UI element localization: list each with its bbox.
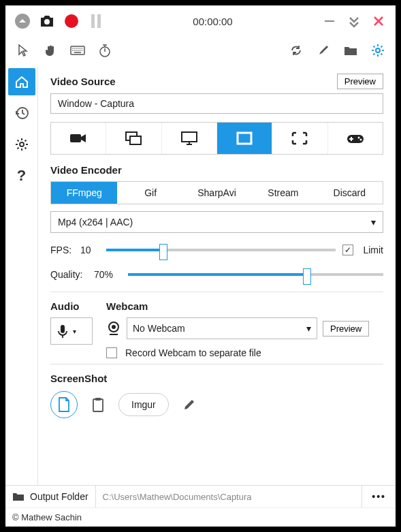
- source-monitor[interactable]: [162, 123, 217, 154]
- svg-point-40: [357, 137, 359, 139]
- minimize-button[interactable]: [319, 11, 340, 31]
- encoder-tab-sharpavi[interactable]: SharpAvi: [184, 182, 250, 204]
- limit-label: Limit: [363, 245, 383, 255]
- up-button[interactable]: [12, 11, 33, 31]
- timer-display: 00:00:00: [110, 16, 315, 27]
- webcam-value: No Webcam: [133, 323, 185, 334]
- svg-rect-35: [182, 132, 197, 142]
- main-content: Video Source Preview Window - Captura: [38, 67, 396, 485]
- screenshot-disk-button[interactable]: [50, 391, 78, 418]
- camera-button[interactable]: [37, 11, 57, 31]
- encoder-tab-stream[interactable]: Stream: [250, 182, 316, 204]
- svg-point-47: [112, 325, 116, 329]
- svg-line-29: [25, 148, 26, 149]
- output-path[interactable]: C:\Users\Mathew\Documents\Captura: [96, 486, 362, 507]
- screenshot-title: ScreenShot: [50, 373, 383, 384]
- cursor-tool[interactable]: [12, 40, 34, 61]
- hand-tool[interactable]: [39, 40, 61, 61]
- toolbar: [5, 37, 396, 67]
- svg-rect-50: [95, 398, 101, 401]
- fps-value: 10: [80, 245, 99, 255]
- output-more-button[interactable]: •••: [362, 486, 396, 507]
- svg-point-1: [44, 19, 50, 25]
- svg-rect-38: [238, 133, 251, 144]
- source-region[interactable]: [272, 123, 327, 154]
- record-button[interactable]: [61, 11, 82, 31]
- limit-checkbox[interactable]: [342, 245, 353, 255]
- svg-rect-44: [61, 325, 65, 333]
- tab-history[interactable]: [8, 99, 35, 127]
- footer: Output Folder C:\Users\Mathew\Documents\…: [5, 485, 396, 507]
- encoder-title: Video Encoder: [50, 164, 383, 176]
- svg-line-30: [17, 148, 18, 149]
- folder-button[interactable]: [340, 40, 362, 61]
- chevron-down-icon: ▾: [73, 328, 76, 335]
- encoder-tab-discard[interactable]: Discard: [317, 182, 383, 204]
- quality-label: Quality:: [50, 269, 87, 280]
- encoder-tab-ffmpeg[interactable]: FFmpeg: [51, 182, 117, 204]
- svg-line-31: [25, 140, 26, 142]
- webcam-separate-label: Record Webcam to separate file: [125, 347, 261, 358]
- mic-icon: [57, 324, 69, 339]
- codec-dropdown[interactable]: Mp4 (x264 | AAC) ▾: [50, 211, 383, 233]
- source-mode-buttons: [50, 122, 383, 155]
- output-folder-label: Output Folder: [30, 491, 89, 502]
- side-tabs: ?: [5, 67, 38, 485]
- screenshot-imgur-button[interactable]: Imgur: [118, 393, 169, 416]
- svg-point-13: [376, 48, 380, 52]
- svg-line-18: [374, 46, 375, 48]
- webcam-dropdown[interactable]: No Webcam ▾: [127, 317, 317, 339]
- audio-source-dropdown[interactable]: ▾: [50, 317, 93, 345]
- tab-settings[interactable]: [8, 131, 35, 158]
- encoder-tab-gif[interactable]: Gif: [117, 182, 183, 204]
- svg-point-23: [20, 142, 24, 146]
- svg-line-20: [374, 54, 375, 55]
- record-icon: [65, 14, 78, 28]
- source-windows[interactable]: [106, 123, 161, 154]
- audio-title: Audio: [50, 300, 93, 312]
- expand-button[interactable]: [344, 11, 364, 31]
- quality-slider[interactable]: [128, 267, 383, 282]
- webcam-preview-button[interactable]: Preview: [323, 321, 369, 337]
- tab-home[interactable]: [8, 68, 35, 95]
- output-folder-button[interactable]: Output Folder: [5, 486, 96, 507]
- chevron-down-icon: ▾: [371, 217, 376, 228]
- settings-button[interactable]: [367, 40, 389, 61]
- svg-rect-49: [93, 399, 103, 411]
- video-source-selected[interactable]: Window - Captura: [50, 93, 383, 114]
- brush-button[interactable]: [312, 40, 334, 61]
- source-game[interactable]: [328, 123, 383, 154]
- source-camera[interactable]: [51, 123, 106, 154]
- svg-rect-32: [70, 134, 81, 142]
- svg-line-21: [381, 46, 383, 48]
- chevron-down-icon: ▾: [306, 323, 311, 334]
- screenshot-edit-button[interactable]: [178, 394, 200, 416]
- refresh-button[interactable]: [285, 40, 307, 61]
- webcam-icon: [106, 321, 121, 336]
- tab-help[interactable]: ?: [8, 162, 35, 189]
- screenshot-clipboard-button[interactable]: [87, 394, 109, 416]
- titlebar: 00:00:00: [5, 5, 396, 37]
- svg-line-28: [17, 140, 18, 142]
- quality-value: 70%: [94, 269, 121, 280]
- webcam-separate-checkbox[interactable]: [106, 347, 117, 358]
- source-window[interactable]: [217, 123, 272, 154]
- svg-point-41: [359, 139, 362, 141]
- encoder-tabs: FFmpeg Gif SharpAvi Stream Discard: [50, 181, 383, 204]
- pause-button[interactable]: [86, 11, 106, 31]
- copyright: © Mathew Sachin: [5, 507, 396, 527]
- keyboard-tool[interactable]: [67, 40, 89, 61]
- svg-rect-34: [130, 136, 141, 144]
- close-button[interactable]: [368, 11, 389, 31]
- svg-line-19: [381, 54, 383, 55]
- fps-label: FPS:: [50, 245, 74, 255]
- folder-icon: [12, 492, 25, 501]
- fps-slider[interactable]: [106, 242, 336, 257]
- webcam-title: Webcam: [106, 300, 383, 312]
- stopwatch-tool[interactable]: [94, 40, 116, 61]
- codec-value: Mp4 (x264 | AAC): [58, 217, 133, 228]
- video-source-title: Video Source: [50, 76, 116, 87]
- preview-button[interactable]: Preview: [337, 74, 383, 89]
